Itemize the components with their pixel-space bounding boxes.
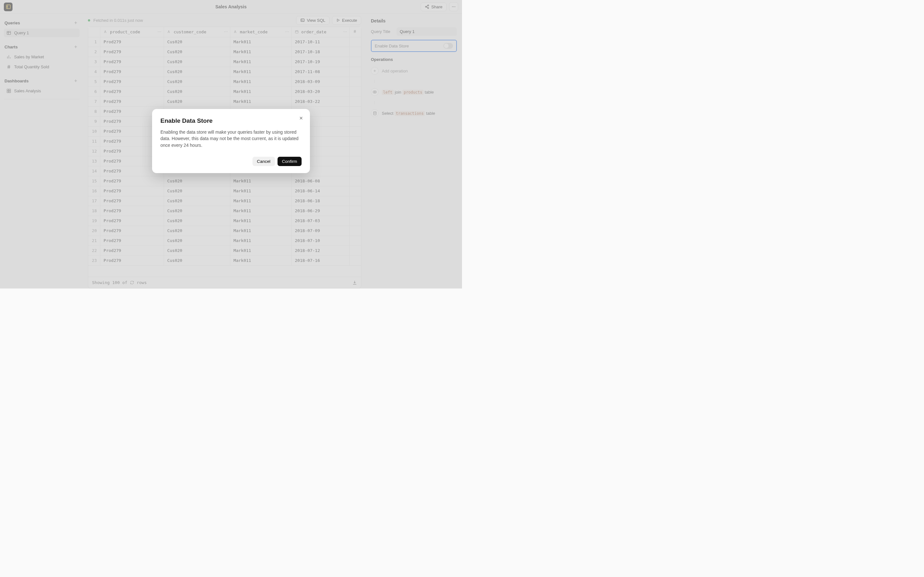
close-button[interactable] xyxy=(297,114,305,122)
modal-body: Enabling the data store will make your q… xyxy=(160,129,302,148)
cancel-button[interactable]: Cancel xyxy=(252,157,275,166)
modal-title: Enable Data Store xyxy=(160,117,302,124)
confirm-button[interactable]: Confirm xyxy=(278,157,302,166)
enable-data-store-modal: Enable Data Store Enabling the data stor… xyxy=(152,109,310,173)
